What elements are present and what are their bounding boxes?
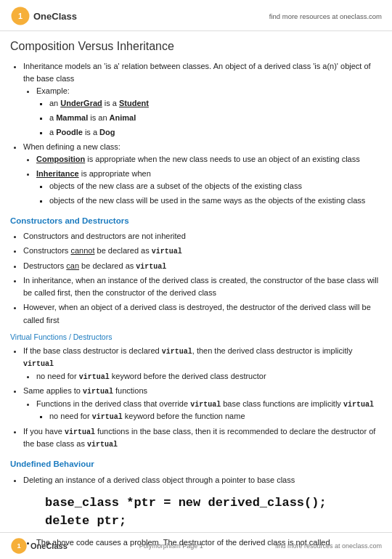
footer-logo-icon: 1 xyxy=(10,537,28,555)
list-item-same-ways: objects of the new class will be used in… xyxy=(49,195,382,207)
list-item-example: Example: an UnderGrad is a Student a Mam… xyxy=(36,85,382,139)
header-find-text: find more resources at oneclass.com xyxy=(269,12,382,20)
list-item-same-virtual: Same applies to virtual functions Functi… xyxy=(23,385,382,423)
list-item-undergrad: an UnderGrad is a Student xyxy=(49,97,382,110)
oneclass-logo-icon: 1 xyxy=(10,6,30,26)
footer-logo-area: 1 OneClass xyxy=(10,537,68,555)
list-item-no-need-function: no need for virtual keyword before the f… xyxy=(49,410,382,423)
page-title: Composition Versus Inheritance xyxy=(10,40,382,53)
footer-logo-text: OneClass xyxy=(30,542,68,550)
header: 1 OneClass find more resources at onecla… xyxy=(0,0,392,31)
list-item-destructor-order: However, when an object of a derived cla… xyxy=(23,301,382,326)
list-item-inheritance2: Inheritance is appropriate when objects … xyxy=(36,168,382,207)
example-label: Example: xyxy=(36,86,70,95)
list-item-defining: When defining a new class: Composition i… xyxy=(23,141,382,207)
list-item-inheritance: Inheritance models an 'is a' relation be… xyxy=(23,60,382,139)
logo-area: 1 OneClass xyxy=(10,6,77,26)
footer-right: find more resources at oneclass.com xyxy=(275,542,382,550)
list-item-no-need-destructor: no need for virtual keyword before the d… xyxy=(36,370,382,383)
page-title-bar: Composition Versus Inheritance xyxy=(0,31,392,57)
section-heading-virtual: Virtual Functions / Destructors xyxy=(10,331,382,343)
logo-text: OneClass xyxy=(33,11,77,22)
constructors-list: Constructors and destructors are not inh… xyxy=(10,230,382,326)
list-item-composition: Composition is appropriate when the new … xyxy=(36,153,382,166)
list-item-can-virtual: Destructors can be declared as virtual xyxy=(23,260,382,273)
list-item-code-block: base_class *ptr = new derived_class(); d… xyxy=(23,489,382,534)
list-item-destructor-virtual: If the base class destructor is declared… xyxy=(23,345,382,383)
list-item-recommend-virtual: If you have virtual functions in the bas… xyxy=(23,425,382,451)
example-list: Example: an UnderGrad is a Student a Mam… xyxy=(23,85,382,139)
defining-list: Composition is appropriate when the new … xyxy=(23,153,382,207)
code-block: base_class *ptr = new derived_class(); d… xyxy=(39,489,382,534)
destructor-sub: no need for virtual keyword before the d… xyxy=(23,370,382,383)
svg-text:1: 1 xyxy=(17,542,20,550)
svg-text:1: 1 xyxy=(18,12,23,20)
list-item-subset: objects of the new class are a subset of… xyxy=(49,180,382,192)
inheritance-when-list: objects of the new class are a subset of… xyxy=(36,180,382,207)
list-item-not-inherited: Constructors and destructors are not inh… xyxy=(23,230,382,242)
footer: 1 OneClass Polymorphism Page 1 find more… xyxy=(0,532,392,559)
footer-center: Polymorphism Page 1 xyxy=(139,542,203,550)
section-heading-undefined: Undefined Behaviour xyxy=(10,458,382,471)
main-content: Inheritance models an 'is a' relation be… xyxy=(0,57,392,558)
section-heading-constructors: Constructors and Destructors xyxy=(10,215,382,228)
list-item-cannot-virtual: Constructors cannot be declared as virtu… xyxy=(23,245,382,258)
list-item-constructor-order: In inheritance, when an instance of the … xyxy=(23,274,382,299)
intro-list: Inheritance models an 'is a' relation be… xyxy=(10,60,382,208)
list-item-mammal: a Mammal is an Animal xyxy=(49,112,382,124)
example-sub-list: an UnderGrad is a Student a Mammal is an… xyxy=(36,97,382,139)
virtual-list: If the base class destructor is declared… xyxy=(10,345,382,451)
list-item-poodle: a Poodle is a Dog xyxy=(49,126,382,139)
functions-override-sub: no need for virtual keyword before the f… xyxy=(36,410,382,423)
list-item-functions-override: Functions in the derived class that over… xyxy=(36,398,382,423)
virtual-functions-sub: Functions in the derived class that over… xyxy=(23,398,382,423)
